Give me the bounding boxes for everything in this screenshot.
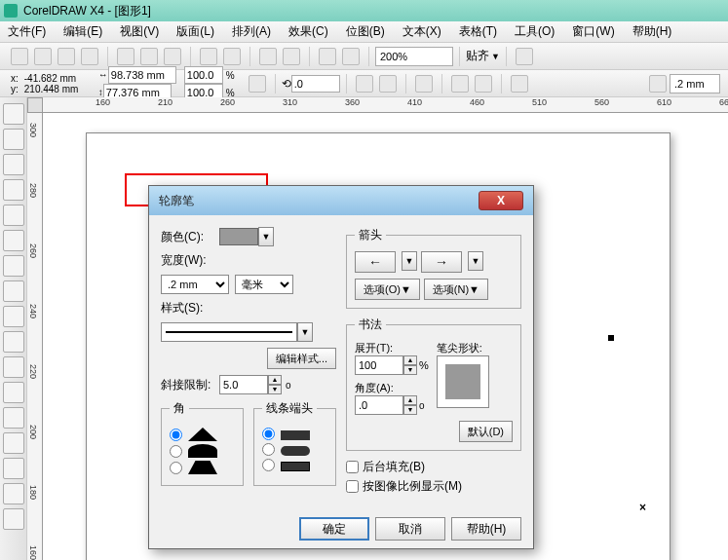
menu-window[interactable]: 窗口(W) bbox=[572, 23, 614, 40]
corner-bevel-radio[interactable] bbox=[170, 462, 182, 474]
back-icon[interactable] bbox=[475, 75, 492, 93]
width-input[interactable] bbox=[108, 66, 176, 84]
mirror-h-icon[interactable] bbox=[356, 75, 373, 93]
polygon-tool[interactable] bbox=[3, 306, 24, 327]
width-select[interactable]: .2 mm bbox=[161, 275, 229, 294]
menu-edit[interactable]: 编辑(E) bbox=[63, 23, 102, 40]
interactive-fill-tool[interactable] bbox=[3, 508, 24, 530]
ruler-vertical[interactable]: 300 280 260 240 220 200 180 160 bbox=[27, 113, 43, 560]
menu-effects[interactable]: 效果(C) bbox=[288, 23, 328, 40]
options-left-btn[interactable]: 选项(O) ▼ bbox=[355, 279, 420, 300]
cancel-button[interactable]: 取消 bbox=[375, 517, 445, 541]
pick-tool[interactable] bbox=[3, 103, 24, 125]
menu-help[interactable]: 帮助(H) bbox=[632, 23, 672, 40]
stretch-input[interactable] bbox=[355, 355, 403, 375]
arrow-end[interactable]: → bbox=[421, 251, 462, 273]
dialog-titlebar[interactable]: 轮廓笔 X bbox=[149, 186, 533, 215]
cap-ext-radio[interactable] bbox=[262, 459, 275, 471]
toolbox bbox=[0, 97, 27, 560]
corner-sharp-radio[interactable] bbox=[170, 429, 182, 441]
save-icon[interactable] bbox=[57, 48, 75, 65]
corner-round-radio[interactable] bbox=[170, 445, 182, 458]
angle-input[interactable] bbox=[355, 395, 403, 415]
menu-arrange[interactable]: 排列(A) bbox=[232, 23, 271, 40]
titlebar: CorelDRAW X4 - [图形1] bbox=[0, 0, 728, 21]
color-swatch[interactable] bbox=[219, 228, 258, 245]
open-icon[interactable] bbox=[34, 48, 52, 65]
welcome-icon[interactable] bbox=[342, 48, 360, 65]
cut-icon[interactable] bbox=[117, 48, 134, 65]
menu-tools[interactable]: 工具(O) bbox=[515, 23, 555, 40]
cap-round-radio[interactable] bbox=[262, 443, 275, 456]
default-button[interactable]: 默认(D) bbox=[459, 421, 513, 442]
front-icon[interactable] bbox=[451, 75, 469, 93]
style-select[interactable] bbox=[161, 322, 297, 342]
help-button[interactable]: 帮助(H) bbox=[451, 517, 521, 541]
selection-handle[interactable] bbox=[608, 335, 614, 341]
ruler-horizontal[interactable]: 160 210 260 310 360 410 460 510 560 610 … bbox=[43, 97, 728, 113]
export-icon[interactable] bbox=[283, 48, 300, 65]
fill-tool[interactable] bbox=[3, 483, 24, 504]
outline-width-select[interactable]: .2 mm bbox=[670, 74, 720, 93]
paste-icon[interactable] bbox=[164, 48, 181, 65]
rotate-input[interactable] bbox=[291, 75, 340, 93]
eyedropper-tool[interactable] bbox=[3, 432, 24, 454]
scalex-input[interactable] bbox=[184, 66, 223, 84]
miter-input[interactable] bbox=[219, 375, 268, 394]
menu-layout[interactable]: 版面(L) bbox=[176, 23, 214, 40]
outline-tool[interactable] bbox=[3, 458, 24, 479]
edit-style-button[interactable]: 编辑样式... bbox=[267, 348, 336, 369]
behind-fill-check[interactable] bbox=[346, 461, 359, 473]
import-icon[interactable] bbox=[259, 48, 277, 65]
basicshapes-tool[interactable] bbox=[3, 331, 24, 353]
scale-with-check[interactable] bbox=[346, 480, 359, 493]
table-tool[interactable] bbox=[3, 382, 24, 403]
menu-bitmap[interactable]: 位图(B) bbox=[346, 23, 385, 40]
new-icon[interactable] bbox=[11, 48, 28, 65]
smartfill-tool[interactable] bbox=[3, 230, 24, 251]
rectangle-tool[interactable] bbox=[3, 255, 24, 277]
corner-bevel-icon bbox=[188, 461, 217, 474]
cap-flat-radio[interactable] bbox=[262, 428, 275, 440]
calligraphy-legend: 书法 bbox=[355, 317, 386, 333]
crop-tool[interactable] bbox=[3, 154, 24, 175]
text-tool[interactable] bbox=[3, 356, 24, 378]
copy-icon[interactable] bbox=[140, 48, 158, 65]
style-dropdown[interactable]: ▼ bbox=[297, 322, 313, 342]
color-dropdown[interactable]: ▼ bbox=[258, 227, 274, 246]
undo-icon[interactable] bbox=[200, 48, 217, 65]
corner-round-icon bbox=[188, 444, 217, 458]
ruler-corner[interactable] bbox=[27, 97, 43, 113]
convert-icon[interactable] bbox=[511, 75, 528, 93]
redo-icon[interactable] bbox=[223, 48, 241, 65]
ok-button[interactable]: 确定 bbox=[299, 517, 369, 541]
zoom-tool[interactable] bbox=[3, 179, 24, 201]
menu-text[interactable]: 文本(X) bbox=[402, 23, 441, 40]
close-button[interactable]: X bbox=[479, 191, 523, 210]
cap-legend: 线条端头 bbox=[262, 400, 317, 417]
outline-width-icon[interactable] bbox=[649, 75, 667, 93]
freehand-tool[interactable] bbox=[3, 205, 24, 226]
lock-icon[interactable] bbox=[249, 75, 266, 93]
launch-icon[interactable] bbox=[319, 48, 336, 65]
mirror-v-icon[interactable] bbox=[379, 75, 397, 93]
menu-file[interactable]: 文件(F) bbox=[8, 23, 46, 40]
arrow-start[interactable]: ← bbox=[355, 251, 396, 273]
snap-label[interactable]: 贴齐 bbox=[466, 48, 489, 64]
ellipse-tool[interactable] bbox=[3, 280, 24, 302]
options-icon[interactable] bbox=[516, 48, 533, 65]
zoom-select[interactable]: 200% bbox=[375, 47, 453, 66]
unit-select[interactable]: 毫米 bbox=[235, 275, 293, 294]
options-right-btn[interactable]: 选项(N) ▼ bbox=[424, 279, 488, 300]
arrow-end-dd[interactable]: ▼ bbox=[468, 251, 483, 271]
shape-tool[interactable] bbox=[3, 129, 24, 150]
menu-table[interactable]: 表格(T) bbox=[459, 23, 497, 40]
wrap-icon[interactable] bbox=[415, 75, 433, 93]
stretch-label: 展开(T): bbox=[355, 341, 429, 355]
app-icon bbox=[4, 4, 18, 18]
interactive-tool[interactable] bbox=[3, 407, 24, 429]
print-icon[interactable] bbox=[81, 48, 98, 65]
menu-view[interactable]: 视图(V) bbox=[120, 23, 159, 40]
cap-flat-icon bbox=[281, 430, 310, 440]
arrow-start-dd[interactable]: ▼ bbox=[402, 251, 417, 271]
